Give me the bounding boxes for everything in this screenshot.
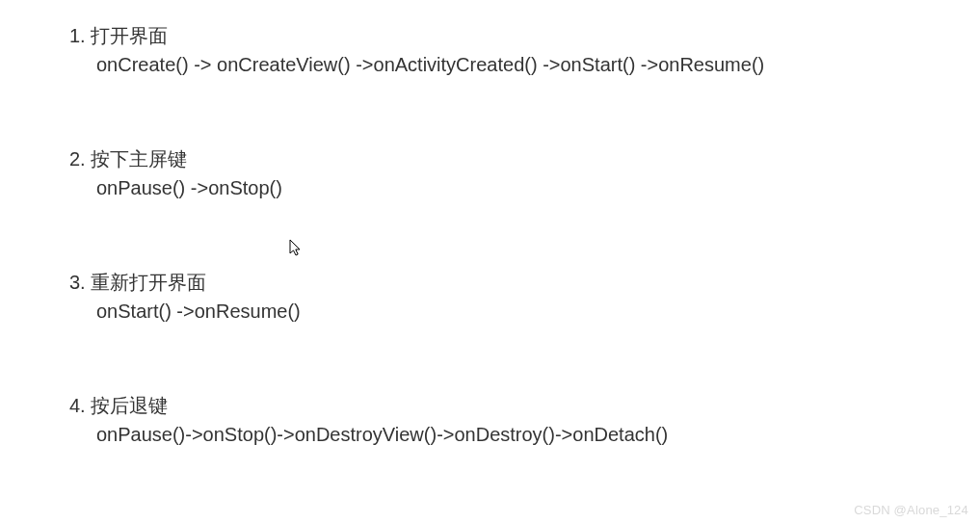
item-number: 3. xyxy=(69,272,91,293)
item-title-text: 按下主屏键 xyxy=(91,148,187,170)
item-title: 1. 打开界面 xyxy=(69,21,980,50)
list-item: 1. 打开界面 onCreate() -> onCreateView() ->o… xyxy=(69,21,980,79)
item-title: 3. 重新打开界面 xyxy=(69,268,980,297)
item-title: 4. 按后退键 xyxy=(69,391,980,420)
item-detail: onStart() ->onResume() xyxy=(69,297,980,326)
item-number: 4. xyxy=(69,395,91,416)
list-item: 2. 按下主屏键 onPause() ->onStop() xyxy=(69,144,980,202)
item-title-text: 打开界面 xyxy=(91,25,168,46)
list-item: 4. 按后退键 onPause()->onStop()->onDestroyVi… xyxy=(69,391,980,449)
watermark: CSDN @Alone_124 xyxy=(854,503,968,517)
item-number: 2. xyxy=(69,148,91,170)
item-title-text: 重新打开界面 xyxy=(91,272,206,293)
cursor-icon xyxy=(289,239,305,263)
item-title: 2. 按下主屏键 xyxy=(69,144,980,173)
item-detail: onPause() ->onStop() xyxy=(69,173,980,202)
item-title-text: 按后退键 xyxy=(91,395,168,416)
item-detail: onPause()->onStop()->onDestroyView()->on… xyxy=(69,420,980,449)
list-item: 3. 重新打开界面 onStart() ->onResume() xyxy=(69,268,980,326)
item-number: 1. xyxy=(69,25,91,46)
item-detail: onCreate() -> onCreateView() ->onActivit… xyxy=(69,50,980,79)
